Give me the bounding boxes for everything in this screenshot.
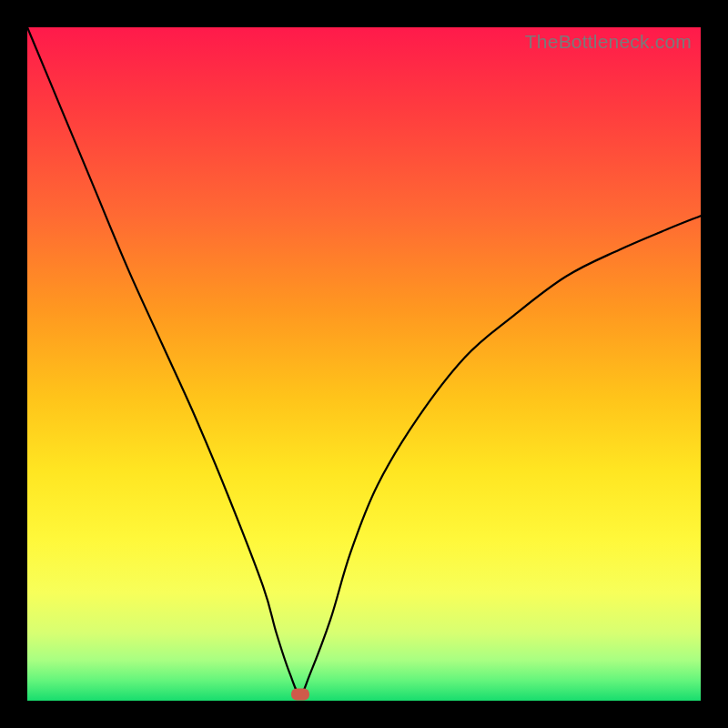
chart-frame: TheBottleneck.com bbox=[0, 0, 728, 728]
optimal-point-marker bbox=[291, 688, 309, 700]
bottleneck-curve bbox=[27, 27, 701, 701]
plot-area: TheBottleneck.com bbox=[27, 27, 701, 701]
